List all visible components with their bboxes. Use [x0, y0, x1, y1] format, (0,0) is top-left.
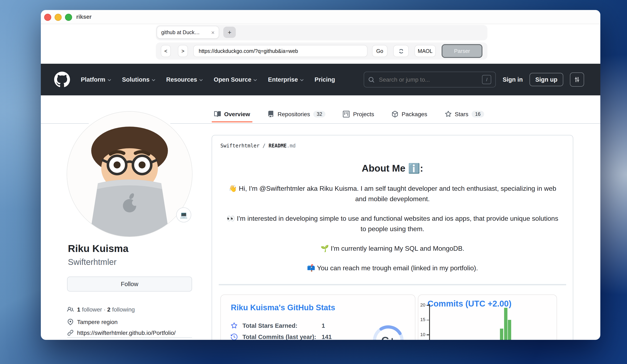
nav-menu-enterprise[interactable]: Enterprise — [268, 76, 304, 83]
repo-icon — [268, 111, 274, 117]
readme-divider — [219, 284, 566, 285]
star-icon — [231, 322, 237, 329]
github-search-box[interactable]: / — [364, 72, 496, 88]
forward-button[interactable]: > — [178, 45, 188, 57]
window-title: rikser — [76, 10, 92, 24]
grade-label: C+ — [372, 324, 405, 340]
readme-owner[interactable]: Swifterhtmler — [220, 143, 260, 149]
refresh-icon — [398, 48, 404, 54]
y-tick-label: 15 — [418, 317, 425, 322]
nav-menu-label: Platform — [81, 76, 105, 83]
browser-tab[interactable]: github at Duck… × — [157, 26, 219, 39]
zoom-window-button[interactable] — [65, 14, 72, 21]
avatar-status-badge[interactable]: 💻 — [176, 208, 191, 222]
tab-label: Stars — [455, 111, 468, 117]
github-header: PlatformSolutionsResourcesOpen SourceEnt… — [41, 64, 600, 95]
laptop-emoji-icon: 💻 — [180, 211, 187, 219]
github-stats-card: Riku Kuisma's GitHub Stats Total Stars E… — [220, 294, 415, 340]
stat-value: 141 — [322, 333, 347, 340]
commits-chart-title: Commits (UTC +2.00) — [427, 299, 557, 309]
project-icon — [343, 111, 350, 117]
followers-row[interactable]: 1 follower · 2 following — [67, 306, 135, 313]
follow-button[interactable]: Follow — [67, 276, 192, 292]
chevron-down-icon — [254, 79, 257, 81]
tab-projects[interactable]: Projects — [337, 105, 380, 123]
profile-name: Riku Kuisma — [68, 243, 129, 255]
tab-overview[interactable]: Overview — [208, 105, 256, 123]
maol-button[interactable]: MAOL — [415, 45, 436, 57]
new-tab-button[interactable]: + — [223, 27, 236, 38]
close-window-button[interactable] — [44, 14, 51, 21]
readme-paragraph-1: 👋 Hi, I'm @Swifterhtmler aka Riku Kuisma… — [225, 183, 560, 204]
sliders-icon — [574, 76, 580, 83]
github-logo-icon[interactable] — [54, 72, 70, 88]
tab-counter: 32 — [313, 111, 326, 117]
tab-label: Overview — [224, 111, 250, 117]
stat-value: 1 — [322, 322, 347, 329]
location-icon — [67, 318, 74, 325]
github-header-actions: / Sign in Sign up — [364, 72, 584, 88]
browser-chrome: github at Duck… × + < > Go MAOL Parser — [41, 24, 600, 64]
stats-cards-row: Riku Kuisma's GitHub Stats Total Stars E… — [220, 294, 565, 340]
followers-text: 1 follower · 2 following — [77, 306, 135, 312]
chevron-down-icon — [107, 79, 111, 81]
chart-y-axis — [429, 304, 430, 340]
sign-in-link[interactable]: Sign in — [503, 76, 523, 83]
refresh-button[interactable] — [393, 45, 409, 57]
chevron-down-icon — [152, 79, 156, 81]
readme-breadcrumb: Swifterhtmler / README.md — [212, 135, 573, 149]
url-input[interactable] — [193, 45, 367, 57]
tab-repositories[interactable]: Repositories32 — [262, 105, 331, 123]
feature-preview-button[interactable] — [570, 72, 584, 87]
nav-menu-label: Resources — [166, 76, 197, 83]
stat-label: Total Commits (last year): — [243, 333, 322, 340]
back-button[interactable]: < — [161, 45, 171, 57]
commit-bar-hour-18 — [500, 329, 504, 340]
nav-menu-label: Open Source — [214, 76, 252, 83]
chevron-down-icon — [199, 79, 203, 81]
nav-menu-solutions[interactable]: Solutions — [122, 76, 156, 83]
go-button[interactable]: Go — [372, 45, 387, 57]
minimize-window-button[interactable] — [54, 14, 62, 21]
about-me-heading: About Me ℹ️: — [212, 163, 573, 174]
navigation-toolbar: < > Go MAOL Parser — [156, 43, 487, 59]
desktop-wallpaper: rikser github at Duck… × + < > Go — [0, 0, 627, 364]
readme-card: Swifterhtmler / README.md About Me ℹ️: 👋… — [212, 135, 573, 340]
y-tick-label: 10 — [418, 332, 425, 337]
y-tick-mark — [427, 305, 429, 306]
link-icon — [67, 329, 74, 336]
tab-counter: 16 — [471, 111, 484, 117]
tab-packages[interactable]: Packages — [386, 105, 433, 123]
tab-label: Repositories — [278, 111, 310, 117]
tab-label: Packages — [402, 111, 427, 117]
profile-avatar[interactable] — [67, 112, 192, 237]
website-link[interactable]: https://swifterhtmler.github.io/Portfoli… — [77, 329, 176, 336]
tab-stars[interactable]: Stars16 — [439, 105, 490, 123]
nav-menu-platform[interactable]: Platform — [81, 76, 111, 83]
sign-up-button[interactable]: Sign up — [529, 73, 563, 86]
commits-card: Commits (UTC +2.00) 2015105 — [418, 294, 557, 340]
octocat-mark-icon — [54, 72, 70, 88]
profile-tabs: OverviewRepositories32ProjectsPackagesSt… — [208, 105, 490, 123]
window-titlebar: rikser — [41, 10, 600, 24]
parser-button[interactable]: Parser — [442, 44, 482, 58]
readme-paragraph-2: 👀 I'm interested in developing simple to… — [225, 213, 560, 234]
commit-bar-hour-20 — [508, 320, 511, 340]
readme-paragraph-3: 🌱 I'm currently learning My SQL and Mong… — [225, 243, 560, 254]
tab-close-icon[interactable]: × — [211, 29, 214, 35]
history-icon — [231, 333, 237, 340]
nav-menu-open-source[interactable]: Open Source — [214, 76, 257, 83]
y-tick-label: 20 — [418, 302, 425, 307]
browser-window: rikser github at Duck… × + < > Go — [41, 10, 600, 340]
nav-menu-resources[interactable]: Resources — [166, 76, 203, 83]
link-icon — [67, 330, 74, 336]
search-icon — [368, 77, 375, 83]
location-row: Tampere region — [67, 318, 118, 325]
people-icon — [67, 306, 74, 313]
star-icon — [445, 111, 451, 117]
package-icon — [392, 111, 398, 117]
github-search-input[interactable] — [378, 76, 479, 83]
nav-menu-pricing[interactable]: Pricing — [314, 76, 335, 83]
chevron-down-icon — [300, 79, 304, 81]
stats-card-title: Riku Kuisma's GitHub Stats — [231, 303, 415, 312]
